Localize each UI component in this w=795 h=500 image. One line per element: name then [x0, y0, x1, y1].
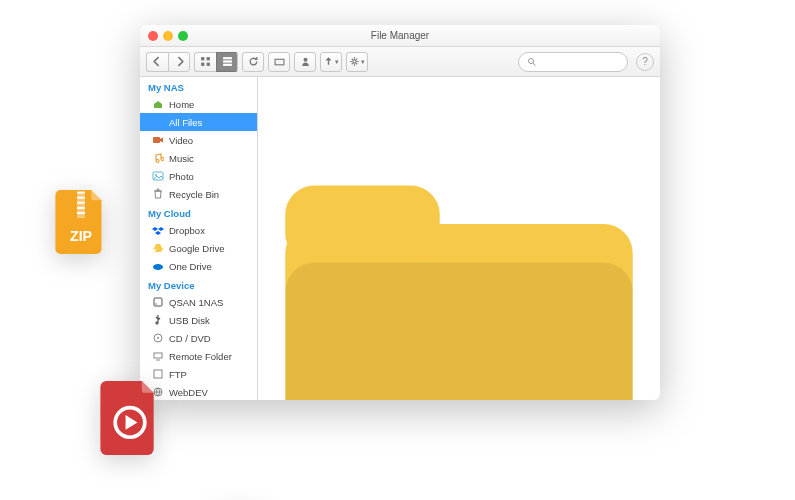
sidebar-item-label: All Files	[169, 117, 202, 128]
svg-rect-25	[285, 186, 439, 263]
sidebar-item-photo[interactable]: Photo	[140, 167, 257, 185]
sidebar-item-label: Music	[169, 153, 194, 164]
usb-icon	[152, 314, 164, 326]
sidebar-item-label: Recycle Bin	[169, 189, 219, 200]
svg-point-18	[155, 303, 156, 304]
svg-point-10	[529, 58, 534, 63]
home-icon	[152, 98, 164, 110]
view-buttons	[194, 52, 238, 72]
remote-icon	[152, 350, 164, 362]
svg-rect-5	[223, 60, 232, 62]
sidebar-item-google-drive[interactable]: Google Drive	[140, 239, 257, 257]
sidebar-item-recycle-bin[interactable]: Recycle Bin	[140, 185, 257, 203]
svg-point-16	[153, 264, 163, 270]
search-input[interactable]	[518, 52, 628, 72]
new-folder-button[interactable]	[268, 52, 290, 72]
svg-rect-17	[154, 298, 162, 306]
decoration-zip-icon: ZIP	[55, 190, 107, 254]
sidebar-item-label: FTP	[169, 369, 187, 380]
window-title: File Manager	[371, 30, 429, 41]
toolbar: ▾ ▾ ?	[140, 47, 660, 77]
traffic-lights	[148, 31, 188, 41]
sidebar-item-music[interactable]: Music	[140, 149, 257, 167]
maximize-button[interactable]	[178, 31, 188, 41]
grid-view-button[interactable]	[194, 52, 216, 72]
sidebar-item-all-files[interactable]: All Files	[140, 113, 257, 131]
svg-rect-4	[223, 57, 232, 59]
sidebar-item-label: USB Disk	[169, 315, 210, 326]
sidebar-item-label: CD / DVD	[169, 333, 211, 344]
svg-rect-13	[153, 137, 160, 143]
sidebar-item-remote-folder[interactable]: Remote Folder	[140, 347, 257, 365]
minimize-button[interactable]	[163, 31, 173, 41]
sidebar-item-qsan-1nas[interactable]: QSAN 1NAS	[140, 293, 257, 311]
svg-rect-12	[153, 118, 157, 120]
svg-rect-0	[201, 57, 204, 60]
svg-rect-21	[154, 353, 162, 358]
svg-rect-7	[275, 59, 284, 65]
svg-rect-22	[154, 370, 162, 378]
upload-button[interactable]: ▾	[320, 52, 342, 72]
sidebar-item-label: Remote Folder	[169, 351, 232, 362]
sidebar-item-label: Video	[169, 135, 193, 146]
sidebar-item-usb-disk[interactable]: USB Disk	[140, 311, 257, 329]
back-button[interactable]	[146, 52, 168, 72]
svg-rect-6	[223, 64, 232, 66]
sidebar-item-label: Photo	[169, 171, 194, 182]
sidebar-item-home[interactable]: Home	[140, 95, 257, 113]
svg-text:ZIP: ZIP	[70, 228, 92, 244]
svg-rect-82	[77, 193, 85, 219]
music-icon	[152, 152, 164, 164]
sidebar-item-label: Dropbox	[169, 225, 205, 236]
refresh-button[interactable]	[242, 52, 264, 72]
video-icon	[152, 134, 164, 146]
svg-rect-3	[207, 63, 210, 66]
sidebar-item-dropbox[interactable]: Dropbox	[140, 221, 257, 239]
svg-point-20	[157, 337, 159, 339]
file-grid: RARRARZIP	[266, 89, 652, 400]
sidebar-section-header: My Device	[140, 275, 257, 293]
ftp-icon	[152, 368, 164, 380]
search-icon	[527, 57, 537, 67]
sidebar-item-label: Google Drive	[169, 243, 224, 254]
sidebar-item-label: WebDEV	[169, 387, 208, 398]
decoration-play-icon	[100, 381, 160, 455]
svg-point-8	[303, 58, 307, 62]
sidebar: My NASHomeAll FilesVideoMusicPhotoRecycl…	[140, 77, 258, 400]
file-manager-window: File Manager ▾ ▾ ? My NASHomeAll FilesVi…	[140, 25, 660, 400]
sidebar-section-header: My Cloud	[140, 203, 257, 221]
svg-rect-2	[201, 63, 204, 66]
photo-icon	[152, 170, 164, 182]
content-area: RARRARZIP	[258, 77, 660, 400]
file-item-folder[interactable]	[266, 89, 652, 400]
nav-buttons	[146, 52, 190, 72]
sidebar-item-label: One Drive	[169, 261, 212, 272]
list-view-button[interactable]	[216, 52, 238, 72]
trash-icon	[152, 188, 164, 200]
svg-rect-1	[207, 57, 210, 60]
nas-icon	[152, 296, 164, 308]
user-button[interactable]	[294, 52, 316, 72]
sidebar-item-one-drive[interactable]: One Drive	[140, 257, 257, 275]
sidebar-section-header: My NAS	[140, 77, 257, 95]
close-button[interactable]	[148, 31, 158, 41]
svg-rect-26	[285, 263, 632, 400]
forward-button[interactable]	[168, 52, 190, 72]
sidebar-item-label: Home	[169, 99, 194, 110]
sidebar-item-cd-dvd[interactable]: CD / DVD	[140, 329, 257, 347]
folder-icon	[152, 116, 164, 128]
svg-point-9	[353, 60, 356, 63]
gdrive-icon	[152, 242, 164, 254]
sidebar-item-label: QSAN 1NAS	[169, 297, 223, 308]
settings-button[interactable]: ▾	[346, 52, 368, 72]
sidebar-item-video[interactable]: Video	[140, 131, 257, 149]
onedrive-icon	[152, 260, 164, 272]
dropbox-icon	[152, 224, 164, 236]
disc-icon	[152, 332, 164, 344]
titlebar: File Manager	[140, 25, 660, 47]
help-button[interactable]: ?	[636, 53, 654, 71]
